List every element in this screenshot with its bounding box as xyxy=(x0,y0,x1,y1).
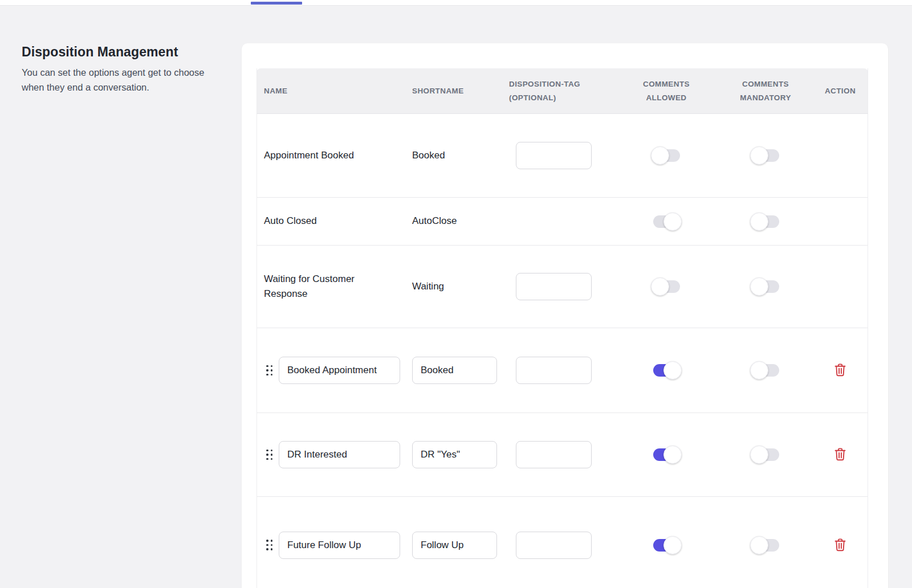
toggle-knob xyxy=(663,361,682,379)
page-title: Disposition Management xyxy=(22,44,227,60)
table-row xyxy=(257,497,868,588)
comments-allowed-toggle[interactable] xyxy=(651,361,682,379)
comments-mandatory-toggle[interactable] xyxy=(750,213,781,231)
disposition-shortname-input[interactable] xyxy=(412,441,497,468)
section-intro: Disposition Management You can set the o… xyxy=(22,44,227,95)
shortname-cell: AutoClose xyxy=(412,214,509,228)
action-cell xyxy=(833,446,848,463)
comments-mandatory-cell xyxy=(750,361,781,379)
tag-cell xyxy=(509,532,605,559)
comments-mandatory-toggle[interactable] xyxy=(750,446,781,464)
disposition-name: Auto Closed xyxy=(257,214,317,228)
trash-icon xyxy=(834,447,846,461)
comments-mandatory-toggle[interactable] xyxy=(750,536,781,554)
table-row: Appointment Booked Booked xyxy=(257,114,868,198)
header-disposition-tag: DISPOSITION-TAG (OPTIONAL) xyxy=(509,77,605,104)
comments-mandatory-cell xyxy=(750,277,781,296)
name-cell xyxy=(257,441,412,468)
comments-allowed-cell xyxy=(651,146,682,165)
disposition-shortname-input[interactable] xyxy=(412,357,497,384)
table-row xyxy=(257,328,868,413)
disposition-name-input[interactable] xyxy=(279,357,400,384)
disposition-tag-input[interactable] xyxy=(516,532,592,559)
comments-mandatory-toggle[interactable] xyxy=(750,146,781,165)
comments-allowed-cell xyxy=(651,213,682,231)
disposition-shortname: Booked xyxy=(412,148,445,163)
disposition-shortname-input[interactable] xyxy=(412,532,497,559)
disposition-name-input[interactable] xyxy=(279,441,400,468)
header-comments-allowed: COMMENTS ALLOWED xyxy=(632,77,701,104)
tag-cell xyxy=(509,273,605,300)
comments-mandatory-toggle[interactable] xyxy=(750,277,781,296)
shortname-cell xyxy=(412,357,509,384)
disposition-name: Appointment Booked xyxy=(257,148,354,163)
disposition-name-input[interactable] xyxy=(279,532,400,559)
drag-handle-icon[interactable] xyxy=(266,450,272,460)
trash-icon xyxy=(834,538,846,552)
header-name: NAME xyxy=(257,84,412,98)
active-tab-indicator xyxy=(251,2,302,5)
comments-allowed-toggle[interactable] xyxy=(651,536,682,554)
disposition-shortname: AutoClose xyxy=(412,214,457,228)
tag-cell xyxy=(509,357,605,384)
table-row: Auto Closed AutoClose xyxy=(257,198,868,246)
header-comments-mandatory: COMMENTS MANDATORY xyxy=(731,77,800,104)
toggle-knob xyxy=(663,446,682,464)
header-shortname: SHORTNAME xyxy=(412,84,509,98)
comments-mandatory-cell xyxy=(750,446,781,464)
disposition-name: Waiting for Customer Response xyxy=(257,272,378,302)
name-cell xyxy=(257,357,412,384)
delete-disposition-button[interactable] xyxy=(833,362,848,378)
top-navigation-bar xyxy=(0,0,912,6)
disposition-tag-input[interactable] xyxy=(516,142,592,169)
page-subtitle: You can set the options agent get to cho… xyxy=(22,65,222,95)
action-cell xyxy=(833,537,848,554)
comments-allowed-toggle[interactable] xyxy=(651,446,682,464)
toggle-knob xyxy=(750,146,768,165)
comments-mandatory-toggle[interactable] xyxy=(750,361,781,379)
comments-allowed-cell xyxy=(651,536,682,554)
comments-mandatory-cell xyxy=(750,536,781,554)
comments-mandatory-cell xyxy=(750,146,781,165)
drag-handle-icon[interactable] xyxy=(266,540,272,550)
shortname-cell: Waiting xyxy=(412,279,509,294)
name-cell: Auto Closed xyxy=(257,214,412,228)
comments-allowed-toggle[interactable] xyxy=(651,277,682,296)
toggle-knob xyxy=(651,277,669,296)
disposition-tag-input[interactable] xyxy=(516,273,592,300)
drag-handle-icon[interactable] xyxy=(266,365,272,376)
disposition-table: NAME SHORTNAME DISPOSITION-TAG (OPTIONAL… xyxy=(256,68,868,588)
name-cell xyxy=(257,532,412,559)
toggle-knob xyxy=(750,277,768,296)
toggle-knob xyxy=(663,213,682,231)
disposition-tag-input[interactable] xyxy=(516,441,592,468)
toggle-knob xyxy=(750,536,768,554)
disposition-shortname: Waiting xyxy=(412,279,444,294)
delete-disposition-button[interactable] xyxy=(833,537,848,553)
delete-disposition-button[interactable] xyxy=(833,446,848,462)
toggle-knob xyxy=(750,361,768,379)
comments-allowed-toggle[interactable] xyxy=(651,213,682,231)
shortname-cell: Booked xyxy=(412,148,509,163)
comments-allowed-cell xyxy=(651,361,682,379)
comments-allowed-cell xyxy=(651,446,682,464)
toggle-knob xyxy=(663,536,682,554)
tag-cell xyxy=(509,142,605,169)
action-cell xyxy=(833,362,848,379)
disposition-tag-input[interactable] xyxy=(516,357,592,384)
shortname-cell xyxy=(412,441,509,468)
toggle-knob xyxy=(651,146,669,165)
comments-allowed-cell xyxy=(651,277,682,296)
table-header-row: NAME SHORTNAME DISPOSITION-TAG (OPTIONAL… xyxy=(256,68,868,114)
trash-icon xyxy=(834,363,846,377)
shortname-cell xyxy=(412,532,509,559)
toggle-knob xyxy=(750,446,768,464)
table-row: Waiting for Customer Response Waiting xyxy=(257,246,868,328)
name-cell: Waiting for Customer Response xyxy=(257,272,412,302)
table-row xyxy=(257,413,868,497)
disposition-card: NAME SHORTNAME DISPOSITION-TAG (OPTIONAL… xyxy=(242,43,888,588)
name-cell: Appointment Booked xyxy=(257,148,412,163)
header-action: ACTION xyxy=(825,84,856,98)
toggle-knob xyxy=(750,213,768,231)
comments-allowed-toggle[interactable] xyxy=(651,146,682,165)
